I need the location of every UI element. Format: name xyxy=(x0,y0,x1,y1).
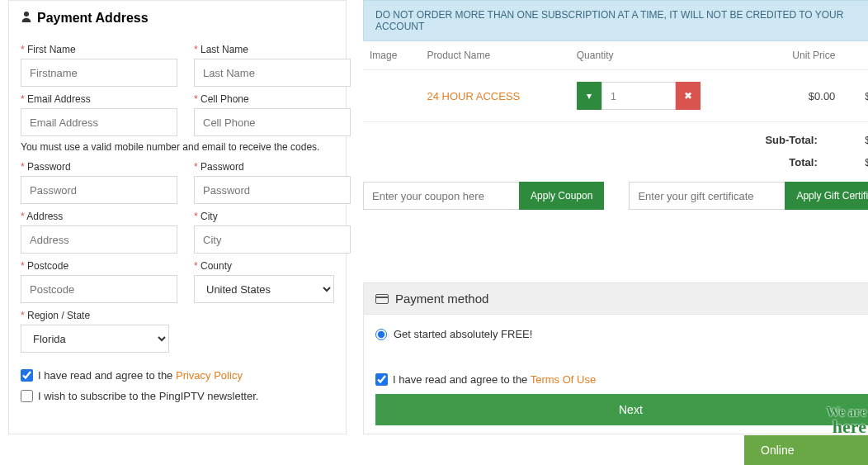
county-select[interactable]: United States xyxy=(194,275,334,303)
panel-title-text: Payment Address xyxy=(37,11,149,26)
password-confirm-label: Password xyxy=(194,161,351,173)
newsletter-row[interactable]: I wish to subscribe to the PingIPTV news… xyxy=(21,390,334,402)
payment-option-free-label: Get started absolutely FREE! xyxy=(394,328,532,340)
gift-cert-input[interactable] xyxy=(629,182,785,210)
city-label: City xyxy=(194,211,351,222)
agree-privacy-pre: I have read and agree to the xyxy=(38,369,176,382)
last-name-label: Last Name xyxy=(194,44,351,55)
order-notice: DO NOT ORDER MORE THAN ONE SUBSCRIPTION … xyxy=(363,0,868,41)
helper-text: You must use a valid mobile number and e… xyxy=(21,141,334,153)
chat-widget[interactable]: We are here Online xyxy=(744,402,868,465)
region-select[interactable]: Florida xyxy=(21,325,169,353)
th-total: Total xyxy=(842,41,868,70)
th-name: Product Name xyxy=(421,41,570,70)
payment-address-panel: Payment Address First Name Last Name Ema… xyxy=(8,0,347,434)
card-icon xyxy=(375,294,389,304)
password-label: Password xyxy=(21,161,177,173)
payment-option-free[interactable]: Get started absolutely FREE! xyxy=(375,328,868,340)
phone-label: Cell Phone xyxy=(194,93,351,105)
chat-tagline: We are here xyxy=(827,402,868,435)
privacy-policy-link[interactable]: Privacy Policy xyxy=(176,369,243,382)
agree-privacy-row[interactable]: I have read and agree to the Privacy Pol… xyxy=(21,369,334,382)
county-label: County xyxy=(194,260,334,272)
last-name-input[interactable] xyxy=(194,59,351,87)
agree-terms-pre: I have read and agree to the xyxy=(393,373,531,386)
address-label: Address xyxy=(21,211,177,222)
password-confirm-input[interactable] xyxy=(194,176,351,204)
payment-method-title: Payment method xyxy=(395,292,488,306)
agree-terms-row[interactable]: I have read and agree to the Terms Of Us… xyxy=(375,373,868,386)
subtotal-label: Sub-Total: xyxy=(765,134,817,146)
qty-decrement-button[interactable]: ▾ xyxy=(577,82,601,110)
postcode-input[interactable] xyxy=(21,275,177,303)
total-value: $0.00 xyxy=(851,156,868,168)
agree-terms-checkbox[interactable] xyxy=(375,373,388,386)
subtotal-value: $0.00 xyxy=(851,134,868,146)
phone-input[interactable] xyxy=(194,108,351,136)
table-row: 24 HOUR ACCESS ▾ ✖ xyxy=(363,70,868,122)
payment-method-header: Payment method xyxy=(363,282,868,315)
cart-table: Image Product Name Quantity Unit Price T… xyxy=(363,41,868,122)
payment-option-free-radio[interactable] xyxy=(375,329,387,340)
qty-remove-button[interactable]: ✖ xyxy=(676,82,701,110)
apply-coupon-button[interactable]: Apply Coupon xyxy=(519,182,604,210)
remove-icon: ✖ xyxy=(684,90,692,102)
cart-panel: DO NOT ORDER MORE THAN ONE SUBSCRIPTION … xyxy=(363,0,868,210)
coupon-input[interactable] xyxy=(363,182,519,210)
qty-input[interactable] xyxy=(601,82,676,110)
chevron-down-icon: ▾ xyxy=(587,90,592,102)
city-input[interactable] xyxy=(194,225,351,254)
chat-status-bar[interactable]: Online xyxy=(744,435,868,465)
product-name[interactable]: 24 HOUR ACCESS xyxy=(427,90,521,102)
th-unit: Unit Price xyxy=(763,41,842,70)
unit-price: $0.00 xyxy=(763,70,842,122)
th-image: Image xyxy=(363,41,421,70)
newsletter-text: I wish to subscribe to the PingIPTV news… xyxy=(38,390,258,402)
panel-title: Payment Address xyxy=(21,11,334,26)
postcode-label: Postcode xyxy=(21,260,177,272)
email-label: Email Address xyxy=(21,93,177,105)
newsletter-checkbox[interactable] xyxy=(21,390,33,402)
totals: Sub-Total: $0.00 Total: $0.00 xyxy=(363,122,868,173)
apply-gift-button[interactable]: Apply Gift Certificate xyxy=(785,182,868,210)
address-input[interactable] xyxy=(21,225,177,254)
email-input[interactable] xyxy=(21,108,177,136)
line-total: $0.00 xyxy=(842,70,868,122)
first-name-label: First Name xyxy=(21,44,177,55)
agree-privacy-checkbox[interactable] xyxy=(21,369,33,382)
region-label: Region / State xyxy=(21,310,169,321)
password-input[interactable] xyxy=(21,176,177,204)
th-qty: Quantity xyxy=(570,41,763,70)
total-label: Total: xyxy=(789,156,817,168)
terms-of-use-link[interactable]: Terms Of Use xyxy=(531,373,596,386)
user-icon xyxy=(21,11,32,26)
first-name-input[interactable] xyxy=(21,59,177,87)
